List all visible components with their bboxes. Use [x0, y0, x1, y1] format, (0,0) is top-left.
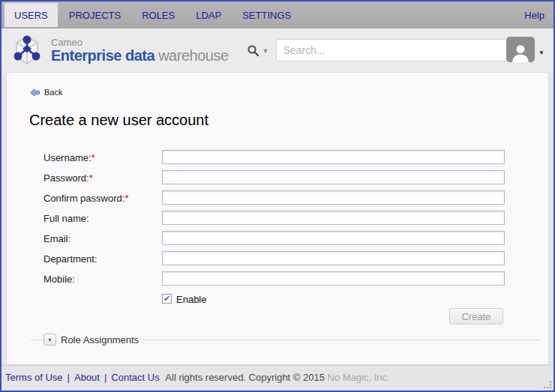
create-button[interactable]: Create — [449, 308, 503, 325]
about-link[interactable]: About — [74, 372, 100, 383]
password-label: Password:* — [44, 172, 93, 184]
tab-roles[interactable]: ROLES — [132, 3, 184, 27]
back-link[interactable]: Back — [30, 88, 62, 97]
section-divider — [143, 340, 539, 340]
username-field[interactable] — [162, 150, 505, 164]
search-icon — [247, 44, 260, 57]
back-label: Back — [44, 88, 62, 97]
app-window: USERS PROJECTS ROLES LDAP SETTINGS Help — [0, 0, 555, 392]
expand-toggle-button[interactable]: ▼ — [44, 334, 56, 346]
form-row-confirm-password: Confirm password:* — [44, 190, 503, 210]
user-menu-caret-icon: ▼ — [538, 49, 544, 56]
search-zone: ▼ — [247, 39, 528, 61]
username-label: Username:* — [44, 152, 95, 163]
link-separator: | — [68, 372, 70, 383]
section-divider — [31, 340, 43, 340]
logo-product-name: Enterprise data warehouse — [51, 48, 229, 63]
app-logo[interactable]: Cameo Enterprise data warehouse — [9, 33, 229, 67]
tab-users[interactable]: USERS — [4, 3, 58, 27]
section-title: Role Assignments — [61, 334, 139, 346]
form-row-username: Username:* — [44, 149, 503, 169]
tab-projects[interactable]: PROJECTS — [59, 3, 130, 27]
form-row-full-name: Full name: — [44, 210, 503, 230]
required-mark: * — [124, 193, 128, 204]
logo-text: Cameo Enterprise data warehouse — [51, 37, 229, 63]
required-mark: * — [89, 172, 93, 184]
resize-grip-icon[interactable] — [543, 380, 552, 389]
avatar — [506, 37, 535, 62]
full-name-label: Full name: — [44, 213, 89, 224]
department-label: Department: — [44, 253, 98, 265]
link-separator: | — [104, 372, 106, 383]
form-row-password: Password:* — [44, 169, 503, 190]
department-field[interactable] — [162, 251, 505, 265]
enable-row: ✔ Enable — [44, 292, 503, 310]
form-row-email: Email: — [44, 230, 503, 250]
app-header: Cameo Enterprise data warehouse ▼ — [2, 28, 554, 72]
contact-us-link[interactable]: Contact Us — [111, 372, 159, 383]
footer-links: Terms of Use|About|Contact Us — [5, 372, 160, 383]
password-field[interactable] — [162, 170, 505, 184]
enable-label: Enable — [176, 294, 206, 305]
confirm-password-label: Confirm password:* — [44, 193, 128, 204]
top-navbar: USERS PROJECTS ROLES LDAP SETTINGS Help — [2, 1, 554, 28]
page-title: Create a new user account — [29, 112, 208, 129]
tab-settings[interactable]: SETTINGS — [232, 3, 301, 27]
footer: Terms of Use|About|Contact Us All rights… — [2, 365, 554, 391]
copyright-text: All rights reserved. Copyright © 2015 No… — [165, 372, 389, 383]
search-options-button[interactable]: ▼ — [247, 44, 269, 57]
user-silhouette-icon — [511, 43, 530, 62]
user-menu-button[interactable]: ▼ — [506, 37, 544, 62]
cube-network-icon — [9, 33, 45, 67]
content-panel: Back Create a new user account Username:… — [6, 72, 549, 365]
form-row-mobile: Mobile: — [44, 271, 503, 291]
help-link[interactable]: Help — [515, 1, 554, 28]
mobile-label: Mobile: — [44, 274, 75, 285]
form-row-department: Department: — [44, 250, 503, 271]
terms-of-use-link[interactable]: Terms of Use — [5, 372, 63, 383]
nav-spacer — [302, 1, 515, 28]
company-name: No Magic, Inc. — [328, 372, 390, 383]
full-name-field[interactable] — [162, 211, 505, 225]
logo-cameo: Cameo — [51, 37, 229, 47]
enable-checkbox[interactable]: ✔ — [162, 294, 172, 304]
confirm-password-field[interactable] — [162, 190, 505, 205]
new-user-form: Username:* Password:* Confirm password:*… — [44, 149, 503, 310]
chevron-down-icon: ▼ — [47, 337, 52, 343]
email-label: Email: — [44, 233, 70, 244]
search-input[interactable] — [276, 39, 527, 61]
mobile-field[interactable] — [162, 271, 505, 286]
role-assignments-section: ▼ Role Assignments — [31, 334, 539, 346]
email-field[interactable] — [162, 231, 505, 245]
tab-ldap[interactable]: LDAP — [186, 3, 231, 27]
back-arrow-icon — [30, 88, 40, 97]
required-mark: * — [92, 152, 95, 163]
search-caret-icon: ▼ — [262, 47, 269, 55]
